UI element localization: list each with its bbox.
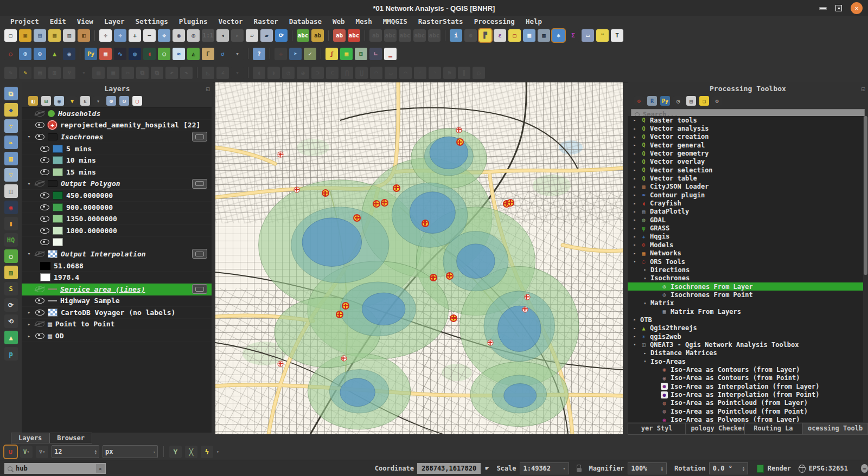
toolbox-item-matrix-from-layers[interactable]: ▦Matrix From Layers (628, 307, 863, 316)
menu-plugins[interactable]: Plugins (174, 17, 213, 26)
history-icon[interactable]: ◷ (673, 96, 683, 106)
qgis2threejs-icon[interactable]: ▲ (48, 48, 61, 60)
expand-arrow-icon[interactable]: ▸ (642, 267, 648, 272)
python-console-icon[interactable]: Py (85, 48, 97, 60)
rotation-stepper[interactable]: 0.0 ° ▲▼ (709, 462, 748, 474)
expand-arrow-icon[interactable]: ▸ (26, 321, 32, 327)
collapse-arrow-icon[interactable]: ▾ (26, 134, 32, 139)
expand-arrow-icon[interactable]: ▸ (632, 242, 637, 247)
select-features-icon[interactable]: ▛ (479, 29, 492, 42)
expand-arrow-icon[interactable]: ▸ (632, 126, 637, 131)
visibility-eye-icon[interactable] (40, 146, 49, 152)
toolbox-item-gdal[interactable]: ▸◍GDAL (628, 216, 863, 224)
metasearch-icon[interactable]: ◉ (63, 48, 75, 60)
check-geometry-icon[interactable]: ✓ (304, 48, 316, 60)
filter-expression-icon[interactable]: ε (80, 96, 90, 106)
collapse-arrow-icon[interactable]: ▾ (26, 251, 32, 256)
layer-row-15-mins[interactable]: 15 mins (22, 166, 212, 178)
maximize-button[interactable] (835, 5, 842, 11)
mouse-extent-icon[interactable]: ☛ (485, 465, 489, 472)
add-spatialite-icon[interactable]: ❧ (4, 136, 18, 149)
toolbox-item-vector-general[interactable]: ▸QVector general (628, 141, 863, 149)
crs-globe-icon[interactable] (799, 465, 806, 473)
coordinate-input[interactable]: 288743,1617820 (417, 463, 481, 474)
expand-arrow-icon[interactable]: ▸ (632, 151, 637, 156)
toolbox-item-vector-table[interactable]: ▸QVector table (628, 174, 863, 182)
crayfish-export-icon[interactable]: ʃ (326, 48, 338, 60)
expand-arrow-icon[interactable]: ▸ (26, 310, 32, 315)
open-layer-styling-icon[interactable]: ◧ (28, 96, 38, 106)
visibility-eye-icon[interactable] (40, 192, 49, 198)
show-bookmarks-icon[interactable]: ▰ (260, 29, 273, 42)
locator-search-input[interactable]: hub ✕ (4, 463, 106, 474)
layer-row-output-interpolation[interactable]: ▾Output Interpolation (22, 248, 212, 260)
add-db-layer-icon[interactable]: ◆ (4, 103, 18, 117)
statistics-icon[interactable]: Σ (567, 29, 579, 42)
toolbox-item-dataplotly[interactable]: ▸▤DataPlotly (628, 208, 863, 216)
expand-arrow-icon[interactable]: ▸ (632, 209, 637, 214)
menu-settings[interactable]: Settings (131, 17, 173, 26)
dock-tab-layers[interactable]: Layers (11, 433, 49, 443)
filter-caret-icon[interactable]: ▾ (93, 96, 103, 106)
layer-indicator-badge[interactable] (192, 249, 207, 259)
open-attribute-table-icon[interactable]: ▦ (523, 29, 535, 42)
menu-mesh[interactable]: Mesh (351, 17, 377, 26)
collapse-arrow-icon[interactable]: ▾ (632, 342, 637, 347)
menu-layer[interactable]: Layer (99, 17, 130, 26)
visibility-eye-icon[interactable] (35, 251, 44, 257)
visibility-eye-icon[interactable] (35, 134, 44, 140)
toolbox-item-qgis2web[interactable]: ▸✳qgis2web (628, 332, 863, 340)
minimize-button[interactable] (819, 7, 827, 10)
metasearch-catalog-icon[interactable]: ◉ (4, 201, 18, 214)
terrain-shading-icon[interactable]: ◭ (187, 48, 200, 60)
menu-vector[interactable]: Vector (213, 17, 247, 26)
remove-layer-icon[interactable]: ▢ (132, 96, 142, 106)
toolbox-item-isochrones-from-point[interactable]: ◎Isochrones From Point (628, 291, 863, 299)
label-highlight-icon[interactable]: abc (348, 29, 360, 42)
toolbox-item-matrix[interactable]: ▾Matrix (628, 299, 863, 307)
pan-to-selection-icon[interactable]: ✛ (114, 29, 126, 42)
collapse-all-icon[interactable]: ⊖ (119, 96, 129, 106)
toolbox-item-cityjson-loader[interactable]: ▸▥CityJSON Loader (628, 183, 863, 191)
toolbox-item-qneat3-qgis-network-analysis-toolbox[interactable]: ▾◫QNEAT3 - Qgis Network Analysis Toolbox (628, 340, 863, 349)
r-scripts-icon[interactable]: R (647, 96, 657, 106)
toolbox-item-grass[interactable]: ▸ψGRASS (628, 224, 863, 232)
select-by-expression-icon[interactable]: ε (494, 29, 506, 42)
dock-tab-browser[interactable]: Browser (49, 433, 92, 443)
expand-all-icon[interactable]: ⊕ (106, 96, 116, 106)
toolbox-item-iso-area-as-polygons-from-layer-[interactable]: ◉Iso-Area as Polygons (from Layer) (628, 415, 863, 422)
toolbox-item-iso-areas[interactable]: ▾Iso-Areas (628, 357, 863, 365)
zoom-full-icon[interactable]: ✥ (158, 29, 170, 42)
map-tips-icon[interactable]: ❝ (596, 29, 609, 42)
python-scripts-icon[interactable]: Py (660, 96, 670, 106)
lock-scale-icon[interactable] (577, 468, 581, 472)
layout-manager-icon[interactable]: ▥ (63, 29, 75, 42)
topological-editing-icon[interactable]: Y (169, 446, 182, 458)
expand-arrow-icon[interactable]: ▸ (632, 143, 637, 147)
layer-row-5-mins[interactable]: 5 mins (22, 143, 212, 155)
options-icon[interactable]: ⚙ (712, 96, 722, 106)
visibility-eye-icon[interactable] (35, 310, 44, 316)
snapping-type-icon[interactable]: ∵▾ (36, 446, 48, 458)
layer-row-highway-sample[interactable]: Highway Sample (22, 295, 212, 307)
results-viewer-icon[interactable]: ▤ (686, 96, 696, 106)
expand-arrow-icon[interactable]: ▸ (642, 351, 648, 356)
undo-blue-icon[interactable]: ↺ (216, 48, 229, 60)
toolbox-item-models[interactable]: ▸⚙Models (628, 241, 863, 249)
menu-view[interactable]: View (72, 17, 98, 26)
layer-row-900-0000000[interactable]: 900.0000000 (22, 202, 212, 214)
dock-tab-yer-styl[interactable]: yer Styl (628, 423, 686, 435)
text-annotation-icon[interactable]: T (611, 29, 623, 42)
toolbox-item-crayfish[interactable]: ▸◖Crayfish (628, 199, 863, 207)
layer-row-1800-0000000[interactable]: 1800.0000000 (22, 225, 212, 237)
expand-arrow-icon[interactable]: ▸ (632, 192, 637, 197)
plot-axes-icon[interactable]: ∟ (369, 48, 382, 60)
expand-arrow-icon[interactable]: ▸ (632, 317, 637, 322)
collapse-arrow-icon[interactable]: ▾ (642, 359, 648, 364)
layer-indicator-badge[interactable] (192, 132, 207, 141)
visibility-eye-icon[interactable] (35, 333, 44, 339)
add-group-icon[interactable]: ⊞ (41, 96, 51, 106)
visibility-eye-icon[interactable] (35, 122, 44, 128)
label-pin-icon[interactable]: ab (333, 29, 346, 42)
new-layout-icon[interactable]: ▱ (246, 29, 258, 42)
